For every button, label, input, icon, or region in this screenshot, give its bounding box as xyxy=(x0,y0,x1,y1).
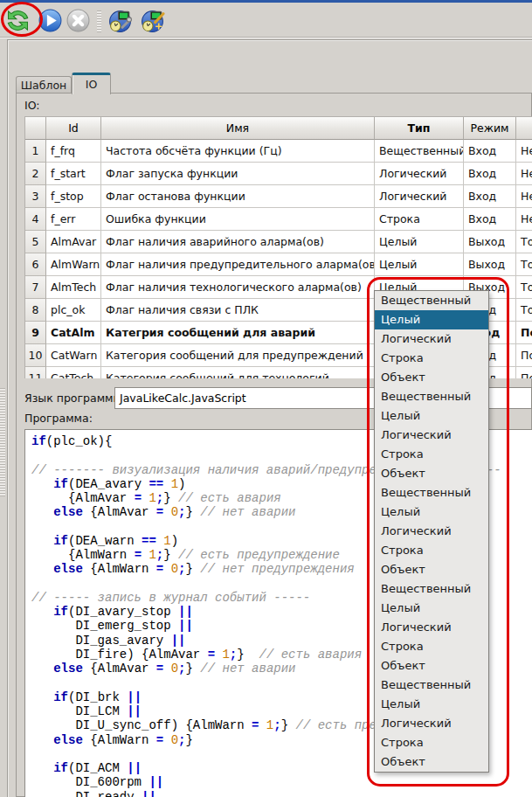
cell-id[interactable]: f_start xyxy=(46,163,101,185)
dropdown-item[interactable]: Вещественный xyxy=(375,387,488,406)
cell-mode[interactable]: Выход xyxy=(464,231,516,253)
dropdown-item[interactable]: Логический xyxy=(375,522,488,541)
cell-type[interactable]: Целый xyxy=(375,231,464,253)
dropdown-item[interactable]: Логический xyxy=(375,714,488,733)
dropdown-item[interactable]: Объект xyxy=(375,560,488,579)
stop-button[interactable] xyxy=(66,8,91,33)
table-row[interactable]: 5AlmAvarФлаг наличия аварийного аларма(о… xyxy=(25,231,532,253)
row-number[interactable]: 7 xyxy=(25,276,46,299)
cell-attr[interactable]: Полный доступ xyxy=(516,344,532,367)
row-number[interactable]: 5 xyxy=(25,231,46,253)
cell-id[interactable]: f_stop xyxy=(46,185,101,208)
start-button[interactable] xyxy=(38,8,63,33)
tab-template[interactable]: Шаблон xyxy=(16,76,72,94)
dropdown-item[interactable]: Строка xyxy=(375,637,488,656)
cell-name[interactable]: Флаг запуска функции xyxy=(101,163,375,185)
dropdown-item[interactable]: Вещественный xyxy=(375,483,488,502)
cell-id[interactable]: CatWarn xyxy=(46,344,101,367)
dropdown-item[interactable]: Объект xyxy=(375,464,488,483)
cell-attr[interactable]: Только чтение xyxy=(516,276,532,299)
cell-mode[interactable]: Вход xyxy=(464,208,516,231)
cell-id[interactable]: CatAlm xyxy=(46,322,101,344)
table-row[interactable]: 6AlmWarnФлаг наличия предупредительного … xyxy=(25,253,532,276)
cell-name[interactable]: Частота обсчёта функции (Гц) xyxy=(101,140,375,163)
dropdown-item[interactable]: Вещественный xyxy=(375,291,488,310)
cell-id[interactable]: AlmWarn xyxy=(46,253,101,276)
cell-id[interactable]: plc_ok xyxy=(46,299,101,322)
cell-attr[interactable]: Не атрибут xyxy=(516,208,532,231)
table-row[interactable]: 4f_errОшибка функцииСтрокаВходНе атрибут xyxy=(25,208,532,231)
cell-type[interactable]: Логический xyxy=(375,185,464,208)
cell-name[interactable]: Флаг наличия предупредительного аларма(о… xyxy=(101,253,375,276)
cell-type[interactable]: Строка xyxy=(375,208,464,231)
row-number[interactable]: 10 xyxy=(25,344,46,367)
dropdown-item[interactable]: Целый xyxy=(375,502,488,522)
dropdown-item[interactable]: Вещественный xyxy=(375,676,488,695)
column-header[interactable] xyxy=(25,117,46,140)
cell-attr[interactable]: Только чтение xyxy=(516,253,532,276)
dropdown-item[interactable]: Логический xyxy=(375,329,488,349)
cell-id[interactable]: f_frq xyxy=(46,140,101,163)
cell-mode[interactable]: Вход xyxy=(464,140,516,163)
cell-name[interactable]: Флаг наличия связи с ПЛК xyxy=(101,299,375,322)
dropdown-item[interactable]: Объект xyxy=(375,368,488,387)
row-number[interactable]: 9 xyxy=(25,322,46,344)
cell-type[interactable]: Целый xyxy=(375,253,464,276)
cell-attr[interactable]: Не атрибут xyxy=(516,163,532,185)
cell-name[interactable]: Флаг останова функции xyxy=(101,185,375,208)
cell-id[interactable]: AlmAvar xyxy=(46,231,101,253)
cell-attr[interactable]: Не атрибут xyxy=(516,140,532,163)
cell-name[interactable]: Флаг наличия аварийного аларма(ов) xyxy=(101,231,375,253)
column-header[interactable]: Id xyxy=(46,117,101,140)
cell-name[interactable]: Ошибка функции xyxy=(101,208,375,231)
dropdown-item[interactable]: Целый xyxy=(375,599,488,618)
dropdown-item[interactable]: Логический xyxy=(375,618,488,637)
dropdown-item[interactable]: Строка xyxy=(375,349,488,368)
cell-type[interactable]: Логический xyxy=(375,163,464,185)
cell-type[interactable]: Вещественный xyxy=(375,140,464,163)
splitter-handle[interactable] xyxy=(0,388,5,496)
type-dropdown[interactable]: ВещественныйЦелыйЛогическийСтрокаОбъектВ… xyxy=(374,290,489,773)
row-number[interactable]: 1 xyxy=(25,140,46,163)
cell-name[interactable]: Категория сообщений для предупреждений xyxy=(101,344,375,367)
dropdown-item[interactable]: Строка xyxy=(375,541,488,560)
cell-id[interactable]: f_err xyxy=(46,208,101,231)
dropdown-item[interactable]: Вещественный xyxy=(375,579,488,599)
table-row[interactable]: 1f_frqЧастота обсчёта функции (Гц)Вещест… xyxy=(25,140,532,163)
dropdown-item[interactable]: Объект xyxy=(375,752,488,772)
cell-mode[interactable]: Вход xyxy=(464,163,516,185)
column-header[interactable]: Имя xyxy=(101,117,375,140)
dropdown-item[interactable]: Строка xyxy=(375,733,488,752)
cell-mode[interactable]: Вход xyxy=(464,185,516,208)
dropdown-item[interactable]: Целый xyxy=(375,695,488,714)
table-row[interactable]: 3f_stopФлаг останова функцииЛогическийВх… xyxy=(25,185,532,208)
row-number[interactable]: 3 xyxy=(25,185,46,208)
cell-attr[interactable]: Только чтение xyxy=(516,299,532,322)
column-header[interactable]: Режим xyxy=(464,117,516,140)
row-number[interactable]: 2 xyxy=(25,163,46,185)
row-number[interactable]: 11 xyxy=(25,367,46,378)
cell-name[interactable]: Категрия сообщений для аварий xyxy=(101,322,375,344)
column-header[interactable]: Тип xyxy=(375,117,464,140)
dropdown-item[interactable]: Строка xyxy=(375,445,488,464)
function-config-button[interactable] xyxy=(107,8,133,33)
cell-name[interactable]: Категория сообщений для технологий xyxy=(101,367,375,378)
cell-attr[interactable]: Полный доступ xyxy=(516,322,532,344)
cell-attr[interactable]: Только чтение xyxy=(516,231,532,253)
row-number[interactable]: 8 xyxy=(25,299,46,322)
row-number[interactable]: 4 xyxy=(25,208,46,231)
cell-attr[interactable]: Полный доступ xyxy=(516,367,532,378)
row-number[interactable]: 6 xyxy=(25,253,46,276)
dropdown-item[interactable]: Целый xyxy=(375,310,488,329)
dropdown-item[interactable]: Объект xyxy=(375,656,488,676)
table-row[interactable]: 2f_startФлаг запуска функцииЛогическийВх… xyxy=(25,163,532,185)
dropdown-item[interactable]: Логический xyxy=(375,426,488,445)
cell-attr[interactable]: Не атрибут xyxy=(516,185,532,208)
dropdown-item[interactable]: Целый xyxy=(375,406,488,426)
cell-name[interactable]: Флаг наличия технологического аларма(ов) xyxy=(101,276,375,299)
function-edit-button[interactable] xyxy=(140,8,165,33)
column-header[interactable] xyxy=(516,117,532,140)
refresh-button[interactable] xyxy=(5,8,31,33)
tab-io[interactable]: IO xyxy=(72,73,111,94)
cell-id[interactable]: AlmTech xyxy=(46,276,101,299)
